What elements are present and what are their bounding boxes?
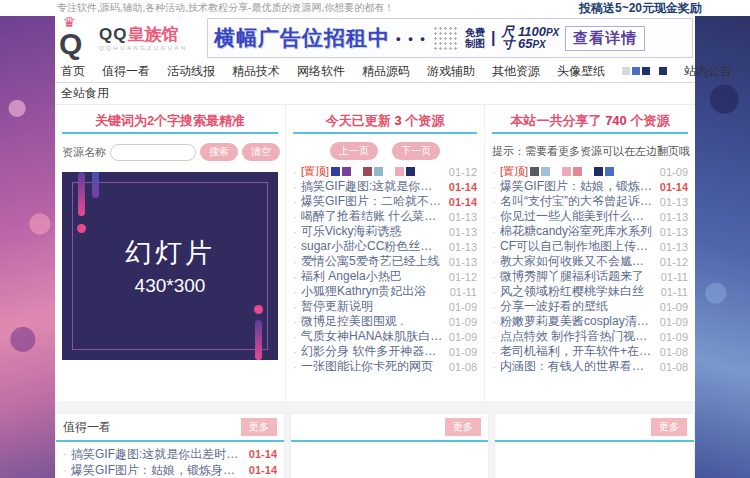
- list-item[interactable]: ·[置顶]01-12: [293, 164, 477, 179]
- item-title-link[interactable]: 棉花糖candy浴室死库水系列: [500, 224, 654, 239]
- list-item[interactable]: ·[置顶]01-09: [492, 164, 688, 179]
- more-button[interactable]: 更多: [445, 418, 481, 436]
- list-item[interactable]: ·爱情公寓5爱奇艺已经上线01-13: [293, 254, 477, 269]
- item-title-link[interactable]: 你见过一些人能美到什么程度？: [500, 209, 654, 224]
- nav-item[interactable]: 游戏辅助: [427, 63, 475, 80]
- search-button[interactable]: 搜索: [200, 143, 238, 161]
- item-title-link[interactable]: 分享一波好看的壁纸: [500, 299, 654, 314]
- list-item[interactable]: ·搞笑GIF趣图:这就是你出差时，你老婆在家的01-14: [63, 446, 277, 462]
- list-item[interactable]: ·气质女神HANA妹肌肤白皙居家撩人性...01-09: [293, 329, 477, 344]
- item-title-link[interactable]: CF可以自己制作地图上传玩耍了: [500, 239, 654, 254]
- item-title-link[interactable]: 爆笑GIF图片：二哈就不能有少女心？: [301, 194, 443, 209]
- submission-promo[interactable]: 投稿送5~20元现金奖励: [579, 0, 702, 17]
- item-title-link[interactable]: 福利 Angela小热巴: [301, 269, 443, 284]
- nav-item[interactable]: 活动线报: [167, 63, 215, 80]
- nav-item[interactable]: 精品源码: [362, 63, 410, 80]
- list-item[interactable]: ·搞笑GIF趣图:这就是你出差时，你老婆...01-14: [293, 179, 477, 194]
- item-title-link[interactable]: 名叫“支付宝”的大爷曾起诉马云，现...: [500, 194, 654, 209]
- site-logo[interactable]: ♛ Q QQ皇族馆 QQHUANGZUGUAN: [59, 19, 207, 57]
- item-title-link[interactable]: 微博足控美图围观 .: [301, 314, 443, 329]
- nav-item[interactable]: 值得一看: [102, 63, 150, 80]
- more-button[interactable]: 更多: [651, 418, 687, 436]
- item-title-link[interactable]: 喝醉了抢着结账 什么菜需要15万: [301, 209, 443, 224]
- list-item[interactable]: ·微博足控美图围观 .01-09: [293, 314, 477, 329]
- nav-item[interactable]: 头像壁纸: [557, 63, 605, 80]
- subnav-item-all[interactable]: 全站食用: [61, 85, 109, 102]
- search-column: 关键词为2个字搜索最精准 资源名称 搜索 清空 幻灯片 430*300: [55, 105, 285, 401]
- list-item[interactable]: ·风之领域粉红樱桃学妹白丝01-11: [492, 284, 688, 299]
- bullet-icon: ·: [492, 165, 496, 179]
- list-item[interactable]: ·爆笑GIF图片：姑娘，锻炼身体可以，能不能找01-14: [63, 462, 277, 478]
- pinned-tag: [置顶]: [301, 164, 329, 179]
- pinned-tag: [置顶]: [500, 164, 528, 179]
- item-title-link[interactable]: 粉嫩萝莉夏美酱cosplay清新唯美户外...: [500, 314, 654, 329]
- item-title-link[interactable]: 搞笑GIF趣图:这就是你出差时，你老婆在家的: [71, 446, 243, 462]
- list-item[interactable]: ·微博秀脚丫腿福利话题来了01-11: [492, 269, 688, 284]
- bullet-icon: ·: [492, 255, 496, 269]
- item-date: 01-09: [660, 316, 688, 328]
- list-item[interactable]: ·点点特效 制作抖音热门视频神器01-09: [492, 329, 688, 344]
- list-item[interactable]: ·粉嫩萝莉夏美酱cosplay清新唯美户外...01-09: [492, 314, 688, 329]
- clear-button[interactable]: 清空: [242, 143, 280, 161]
- item-title-link[interactable]: 搞笑GIF趣图:这就是你出差时，你老婆...: [301, 179, 443, 194]
- item-title-link[interactable]: 可乐Vicky海莉诱惑: [301, 224, 443, 239]
- item-date: 01-14: [449, 181, 477, 193]
- next-page-button[interactable]: 下一页: [392, 142, 440, 160]
- item-title-link[interactable]: 爆笑GIF图片：姑娘，锻炼身体可以，...: [500, 179, 654, 194]
- nav-item[interactable]: 网络软件: [297, 63, 345, 80]
- prev-page-button[interactable]: 上一页: [330, 142, 378, 160]
- item-title-link[interactable]: 暂停更新说明: [301, 299, 443, 314]
- list-item[interactable]: ·你见过一些人能美到什么程度？01-13: [492, 209, 688, 224]
- item-date: 01-13: [660, 196, 688, 208]
- item-title-link[interactable]: 爆笑GIF图片：姑娘，锻炼身体可以，能不能找: [71, 462, 243, 478]
- nav-item[interactable]: 精品技术: [232, 63, 280, 80]
- list-item[interactable]: ·爆笑GIF图片：二哈就不能有少女心？01-14: [293, 194, 477, 209]
- bullet-icon: ·: [492, 360, 496, 374]
- item-title-link[interactable]: 一张图能让你卡死的网页: [301, 359, 443, 374]
- list-item[interactable]: ·福利 Angela小热巴01-12: [293, 269, 477, 284]
- list-item[interactable]: ·分享一波好看的壁纸01-09: [492, 299, 688, 314]
- nav-item[interactable]: 其他资源: [492, 63, 540, 80]
- list-item[interactable]: ·老司机福利，开车软件+在线地址01-08: [492, 344, 688, 359]
- list-item[interactable]: ·sugar小甜心CC粉色丝袜+性感内衣01-13: [293, 239, 477, 254]
- list-item[interactable]: ·小狐狸Kathryn贵妃出浴01-11: [293, 284, 477, 299]
- item-title-link[interactable]: 风之领域粉红樱桃学妹白丝: [500, 284, 655, 299]
- view-details-button[interactable]: 查看详情: [565, 26, 645, 51]
- item-title-link[interactable]: 教大家如何收账又不会尴尬的套路: [500, 254, 654, 269]
- item-title-link[interactable]: 内涵图：有钱人的世界看不懂: [500, 359, 654, 374]
- list-item[interactable]: ·棉花糖candy浴室死库水系列01-13: [492, 224, 688, 239]
- bottom-section: 值得一看 更多 ·搞笑GIF趣图:这就是你出差时，你老婆在家的01-14·爆笑G…: [55, 413, 695, 478]
- item-title-link[interactable]: sugar小甜心CC粉色丝袜+性感内衣: [301, 239, 443, 254]
- list-item[interactable]: ·CF可以自己制作地图上传玩耍了01-13: [492, 239, 688, 254]
- list-item[interactable]: ·暂停更新说明01-09: [293, 299, 477, 314]
- item-title-link[interactable]: 点点特效 制作抖音热门视频神器: [500, 329, 654, 344]
- resource-search-input[interactable]: [110, 144, 196, 161]
- total-column: 本站一共分享了 740 个资源 提示：需要看更多资源可以在左边翻页哦 ·[置顶]…: [484, 105, 695, 401]
- nav-styled-blocks[interactable]: [622, 67, 667, 75]
- subnav: 全站食用: [55, 83, 695, 105]
- bullet-icon: ·: [63, 447, 67, 461]
- list-item[interactable]: ·名叫“支付宝”的大爷曾起诉马云，现...01-13: [492, 194, 688, 209]
- deco-bar-icon: [78, 172, 85, 216]
- list-item[interactable]: ·教大家如何收账又不会尴尬的套路01-12: [492, 254, 688, 269]
- ad-banner[interactable]: 横幅广告位招租中 • • • 免费 制图 | 尺 1100PX 寸 65PX 查…: [207, 18, 693, 58]
- nav-item-announcements[interactable]: 站内公告: [684, 63, 732, 80]
- item-date: 01-08: [449, 361, 477, 373]
- item-title-link[interactable]: 气质女神HANA妹肌肤白皙居家撩人性...: [301, 329, 443, 344]
- item-date: 01-14: [449, 196, 477, 208]
- list-item[interactable]: ·喝醉了抢着结账 什么菜需要15万01-13: [293, 209, 477, 224]
- item-title-link[interactable]: 爱情公寓5爱奇艺已经上线: [301, 254, 443, 269]
- nav-item[interactable]: 首页: [61, 63, 85, 80]
- item-title-link[interactable]: 老司机福利，开车软件+在线地址: [500, 344, 654, 359]
- more-button[interactable]: 更多: [241, 418, 277, 436]
- list-item[interactable]: ·可乐Vicky海莉诱惑01-13: [293, 224, 477, 239]
- item-title-link[interactable]: 微博秀脚丫腿福利话题来了: [500, 269, 655, 284]
- item-title-link[interactable]: 小狐狸Kathryn贵妃出浴: [301, 284, 444, 299]
- list-item[interactable]: ·幻影分身 软件多开神器可修改定位01-09: [293, 344, 477, 359]
- item-title-link[interactable]: 幻影分身 软件多开神器可修改定位: [301, 344, 443, 359]
- item-date: 01-09: [660, 166, 688, 178]
- list-item[interactable]: ·内涵图：有钱人的世界看不懂01-08: [492, 359, 688, 374]
- list-item[interactable]: ·爆笑GIF图片：姑娘，锻炼身体可以，...01-14: [492, 179, 688, 194]
- slideshow-placeholder[interactable]: 幻灯片 430*300: [62, 172, 278, 360]
- list-item[interactable]: ·一张图能让你卡死的网页01-08: [293, 359, 477, 374]
